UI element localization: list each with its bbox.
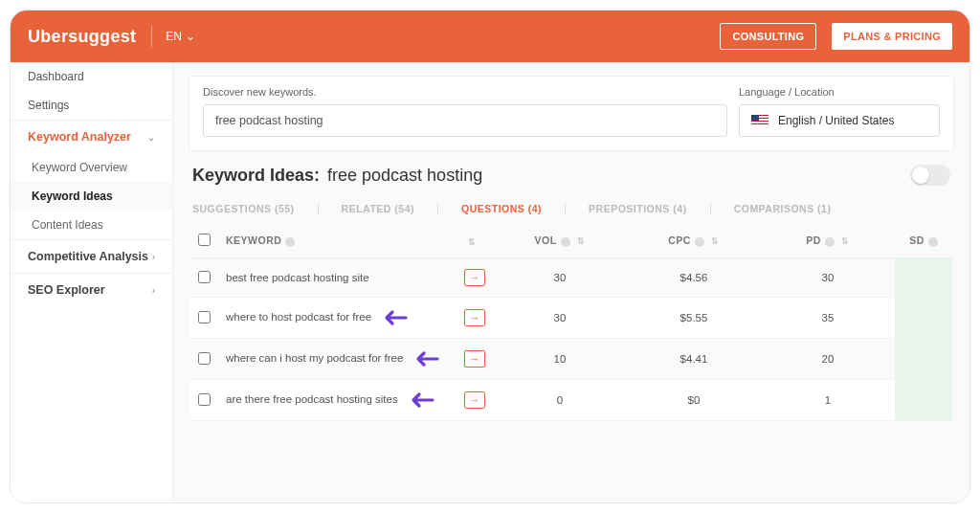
col-expand: ⇅ <box>457 224 493 258</box>
sidebar-section-label: Competitive Analysis <box>28 250 148 263</box>
row-checkbox[interactable] <box>198 352 211 365</box>
location-selector[interactable]: English / United States <box>739 104 940 137</box>
subtabs: SUGGESTIONS (55) RELATED (54) QUESTIONS … <box>173 190 969 224</box>
expand-button[interactable]: → <box>464 309 485 326</box>
ideas-keyword: free podcast hosting <box>327 166 482 186</box>
sidebar-section-keyword-analyzer[interactable]: Keyword Analyzer ⌄ <box>11 120 172 153</box>
cell-cpc: $4.41 <box>627 339 761 380</box>
table-row[interactable]: where can i host my podcast for free→10$… <box>190 339 952 380</box>
view-toggle[interactable] <box>910 165 950 186</box>
tab-questions[interactable]: QUESTIONS (4) <box>461 203 542 214</box>
sidebar-section-label: SEO Explorer <box>28 283 105 297</box>
select-all-checkbox[interactable] <box>198 234 211 246</box>
cell-cpc: $5.55 <box>627 298 761 339</box>
col-keyword[interactable]: KEYWORD <box>218 224 457 258</box>
cell-cpc: $0 <box>627 380 761 421</box>
cell-keyword: are there free podcast hosting sites <box>218 380 457 421</box>
ideas-title: Keyword Ideas: <box>192 166 320 186</box>
divider <box>437 203 438 214</box>
cell-vol: 30 <box>493 298 627 339</box>
brand-logo: Ubersuggest <box>28 27 136 47</box>
keywords-table: KEYWORD ⇅ VOL ⇅ CPC ⇅ <box>190 224 952 421</box>
info-icon <box>825 237 835 247</box>
sort-icon[interactable]: ⇅ <box>468 238 477 246</box>
location-label: Language / Location <box>739 86 940 98</box>
cell-vol: 30 <box>493 258 627 298</box>
cell-vol: 0 <box>493 380 627 421</box>
sidebar-section-seo-explorer[interactable]: SEO Explorer › <box>11 273 172 306</box>
cell-pd: 30 <box>761 258 895 298</box>
info-icon <box>928 237 938 247</box>
sidebar-item-settings[interactable]: Settings <box>11 91 172 120</box>
annotation-arrow-icon <box>377 308 408 327</box>
location-value: English / United States <box>778 114 894 127</box>
app-header: Ubersuggest EN ⌄ CONSULTING PLANS & PRIC… <box>11 11 969 62</box>
table-row[interactable]: are there free podcast hosting sites→0$0… <box>190 380 952 421</box>
row-checkbox[interactable] <box>198 393 211 406</box>
chevron-right-icon: › <box>152 285 155 296</box>
tab-comparisons[interactable]: COMPARISONS (1) <box>734 203 832 214</box>
sidebar: Dashboard Settings Keyword Analyzer ⌄ Ke… <box>11 62 173 502</box>
sort-icon[interactable]: ⇅ <box>577 237 586 245</box>
row-checkbox[interactable] <box>198 311 211 323</box>
cell-sd <box>895 258 952 298</box>
table-row[interactable]: best free podcast hosting site→30$4.5630 <box>190 258 952 298</box>
sort-icon[interactable]: ⇅ <box>711 237 720 245</box>
sidebar-item-keyword-overview[interactable]: Keyword Overview <box>11 153 172 182</box>
cell-keyword: where can i host my podcast for free <box>218 339 457 380</box>
flag-us-icon <box>751 115 768 126</box>
info-icon <box>285 237 295 247</box>
sidebar-item-dashboard[interactable]: Dashboard <box>11 62 172 91</box>
main-area: Dashboard Settings Keyword Analyzer ⌄ Ke… <box>11 62 969 502</box>
language-picker[interactable]: EN ⌄ <box>151 26 195 47</box>
sidebar-section-label: Keyword Analyzer <box>28 130 131 144</box>
divider <box>318 203 319 214</box>
consulting-button[interactable]: CONSULTING <box>720 23 816 50</box>
table-row[interactable]: where to host podcast for free→30$5.5535 <box>190 298 952 339</box>
annotation-arrow-icon <box>404 390 434 410</box>
cell-sd <box>895 339 952 380</box>
expand-button[interactable]: → <box>464 269 485 286</box>
discover-label: Discover new keywords. <box>203 86 727 98</box>
sidebar-item-content-ideas[interactable]: Content Ideas <box>11 211 172 239</box>
info-icon <box>561 237 570 247</box>
col-vol[interactable]: VOL ⇅ <box>493 224 627 258</box>
tab-prepositions[interactable]: PREPOSITIONS (4) <box>589 203 687 214</box>
cell-pd: 35 <box>761 298 895 339</box>
divider <box>710 203 711 214</box>
tab-suggestions[interactable]: SUGGESTIONS (55) <box>192 203 295 214</box>
keyword-input[interactable] <box>203 104 727 137</box>
col-pd[interactable]: PD ⇅ <box>761 224 895 258</box>
cell-pd: 1 <box>761 380 895 421</box>
col-check <box>190 224 218 258</box>
divider <box>565 203 566 214</box>
discover-panel: Discover new keywords. Language / Locati… <box>189 76 954 151</box>
ideas-header: Keyword Ideas: free podcast hosting <box>173 165 969 190</box>
sidebar-section-competitive-analysis[interactable]: Competitive Analysis › <box>11 239 172 273</box>
col-sd[interactable]: SD <box>895 224 952 258</box>
plans-button[interactable]: PLANS & PRICING <box>832 23 952 50</box>
col-cpc[interactable]: CPC ⇅ <box>627 224 761 258</box>
cell-sd <box>895 380 952 421</box>
content-area: Discover new keywords. Language / Locati… <box>173 62 969 502</box>
row-checkbox[interactable] <box>198 271 211 283</box>
sort-icon[interactable]: ⇅ <box>841 237 850 245</box>
expand-button[interactable]: → <box>464 391 485 409</box>
sidebar-item-keyword-ideas[interactable]: Keyword Ideas <box>11 182 172 211</box>
cell-sd <box>895 298 952 339</box>
cell-keyword: where to host podcast for free <box>218 298 457 339</box>
chevron-down-icon: ⌄ <box>147 132 155 143</box>
annotation-arrow-icon <box>409 349 439 368</box>
expand-button[interactable]: → <box>464 350 485 368</box>
cell-pd: 20 <box>761 339 895 380</box>
cell-cpc: $4.56 <box>627 258 761 298</box>
info-icon <box>695 237 704 247</box>
language-code: EN <box>166 30 182 43</box>
tab-related[interactable]: RELATED (54) <box>342 203 414 214</box>
chevron-right-icon: › <box>152 252 155 262</box>
cell-vol: 10 <box>493 339 627 380</box>
chevron-down-icon: ⌄ <box>186 30 195 43</box>
cell-keyword: best free podcast hosting site <box>218 258 457 298</box>
app-window: Ubersuggest EN ⌄ CONSULTING PLANS & PRIC… <box>10 10 970 503</box>
